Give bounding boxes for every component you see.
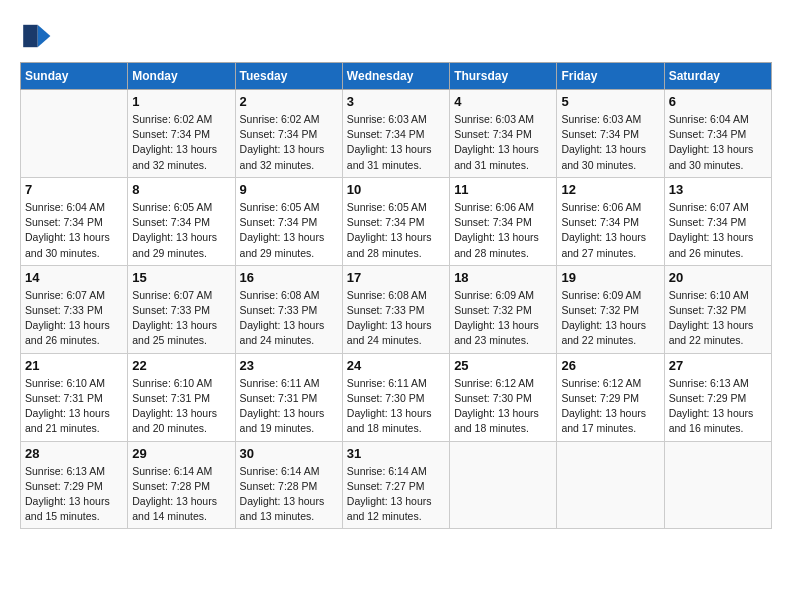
day-number: 3 [347, 94, 445, 109]
calendar-cell: 20Sunrise: 6:10 AMSunset: 7:32 PMDayligh… [664, 265, 771, 353]
calendar-cell: 6Sunrise: 6:04 AMSunset: 7:34 PMDaylight… [664, 90, 771, 178]
day-info: Sunrise: 6:04 AMSunset: 7:34 PMDaylight:… [669, 112, 767, 173]
day-info: Sunrise: 6:07 AMSunset: 7:34 PMDaylight:… [669, 200, 767, 261]
calendar-cell: 24Sunrise: 6:11 AMSunset: 7:30 PMDayligh… [342, 353, 449, 441]
calendar-cell: 15Sunrise: 6:07 AMSunset: 7:33 PMDayligh… [128, 265, 235, 353]
day-info: Sunrise: 6:02 AMSunset: 7:34 PMDaylight:… [132, 112, 230, 173]
day-number: 22 [132, 358, 230, 373]
calendar-cell: 29Sunrise: 6:14 AMSunset: 7:28 PMDayligh… [128, 441, 235, 529]
day-number: 27 [669, 358, 767, 373]
calendar-cell: 23Sunrise: 6:11 AMSunset: 7:31 PMDayligh… [235, 353, 342, 441]
calendar-cell: 26Sunrise: 6:12 AMSunset: 7:29 PMDayligh… [557, 353, 664, 441]
day-number: 30 [240, 446, 338, 461]
day-info: Sunrise: 6:10 AMSunset: 7:32 PMDaylight:… [669, 288, 767, 349]
week-row-1: 1Sunrise: 6:02 AMSunset: 7:34 PMDaylight… [21, 90, 772, 178]
day-info: Sunrise: 6:12 AMSunset: 7:30 PMDaylight:… [454, 376, 552, 437]
day-number: 25 [454, 358, 552, 373]
day-number: 19 [561, 270, 659, 285]
day-number: 5 [561, 94, 659, 109]
col-header-monday: Monday [128, 63, 235, 90]
day-info: Sunrise: 6:14 AMSunset: 7:28 PMDaylight:… [132, 464, 230, 525]
calendar-cell [450, 441, 557, 529]
day-number: 31 [347, 446, 445, 461]
day-info: Sunrise: 6:06 AMSunset: 7:34 PMDaylight:… [454, 200, 552, 261]
day-number: 20 [669, 270, 767, 285]
calendar-cell: 7Sunrise: 6:04 AMSunset: 7:34 PMDaylight… [21, 177, 128, 265]
calendar-cell: 10Sunrise: 6:05 AMSunset: 7:34 PMDayligh… [342, 177, 449, 265]
day-info: Sunrise: 6:05 AMSunset: 7:34 PMDaylight:… [347, 200, 445, 261]
day-info: Sunrise: 6:12 AMSunset: 7:29 PMDaylight:… [561, 376, 659, 437]
calendar-cell: 27Sunrise: 6:13 AMSunset: 7:29 PMDayligh… [664, 353, 771, 441]
calendar-cell: 19Sunrise: 6:09 AMSunset: 7:32 PMDayligh… [557, 265, 664, 353]
col-header-saturday: Saturday [664, 63, 771, 90]
calendar-cell: 31Sunrise: 6:14 AMSunset: 7:27 PMDayligh… [342, 441, 449, 529]
calendar-cell: 5Sunrise: 6:03 AMSunset: 7:34 PMDaylight… [557, 90, 664, 178]
day-info: Sunrise: 6:13 AMSunset: 7:29 PMDaylight:… [669, 376, 767, 437]
day-number: 9 [240, 182, 338, 197]
calendar-cell [664, 441, 771, 529]
day-number: 17 [347, 270, 445, 285]
day-number: 6 [669, 94, 767, 109]
day-number: 26 [561, 358, 659, 373]
week-row-5: 28Sunrise: 6:13 AMSunset: 7:29 PMDayligh… [21, 441, 772, 529]
calendar-cell: 1Sunrise: 6:02 AMSunset: 7:34 PMDaylight… [128, 90, 235, 178]
calendar-cell: 17Sunrise: 6:08 AMSunset: 7:33 PMDayligh… [342, 265, 449, 353]
day-number: 15 [132, 270, 230, 285]
day-info: Sunrise: 6:07 AMSunset: 7:33 PMDaylight:… [132, 288, 230, 349]
col-header-wednesday: Wednesday [342, 63, 449, 90]
calendar-cell: 25Sunrise: 6:12 AMSunset: 7:30 PMDayligh… [450, 353, 557, 441]
day-number: 1 [132, 94, 230, 109]
day-number: 4 [454, 94, 552, 109]
day-info: Sunrise: 6:10 AMSunset: 7:31 PMDaylight:… [132, 376, 230, 437]
calendar-cell: 9Sunrise: 6:05 AMSunset: 7:34 PMDaylight… [235, 177, 342, 265]
calendar-cell: 14Sunrise: 6:07 AMSunset: 7:33 PMDayligh… [21, 265, 128, 353]
day-number: 8 [132, 182, 230, 197]
day-info: Sunrise: 6:14 AMSunset: 7:27 PMDaylight:… [347, 464, 445, 525]
day-number: 24 [347, 358, 445, 373]
calendar-cell: 16Sunrise: 6:08 AMSunset: 7:33 PMDayligh… [235, 265, 342, 353]
calendar-cell: 28Sunrise: 6:13 AMSunset: 7:29 PMDayligh… [21, 441, 128, 529]
calendar-cell: 11Sunrise: 6:06 AMSunset: 7:34 PMDayligh… [450, 177, 557, 265]
day-info: Sunrise: 6:11 AMSunset: 7:31 PMDaylight:… [240, 376, 338, 437]
col-header-sunday: Sunday [21, 63, 128, 90]
day-info: Sunrise: 6:05 AMSunset: 7:34 PMDaylight:… [240, 200, 338, 261]
calendar-cell [557, 441, 664, 529]
logo [20, 20, 56, 52]
day-info: Sunrise: 6:10 AMSunset: 7:31 PMDaylight:… [25, 376, 123, 437]
day-info: Sunrise: 6:14 AMSunset: 7:28 PMDaylight:… [240, 464, 338, 525]
day-number: 28 [25, 446, 123, 461]
calendar-cell: 8Sunrise: 6:05 AMSunset: 7:34 PMDaylight… [128, 177, 235, 265]
week-row-2: 7Sunrise: 6:04 AMSunset: 7:34 PMDaylight… [21, 177, 772, 265]
day-info: Sunrise: 6:02 AMSunset: 7:34 PMDaylight:… [240, 112, 338, 173]
col-header-tuesday: Tuesday [235, 63, 342, 90]
page-header [20, 20, 772, 52]
day-number: 2 [240, 94, 338, 109]
day-number: 23 [240, 358, 338, 373]
day-number: 14 [25, 270, 123, 285]
calendar-cell: 2Sunrise: 6:02 AMSunset: 7:34 PMDaylight… [235, 90, 342, 178]
logo-icon [20, 20, 52, 52]
day-info: Sunrise: 6:08 AMSunset: 7:33 PMDaylight:… [347, 288, 445, 349]
day-number: 13 [669, 182, 767, 197]
day-info: Sunrise: 6:11 AMSunset: 7:30 PMDaylight:… [347, 376, 445, 437]
calendar-cell: 12Sunrise: 6:06 AMSunset: 7:34 PMDayligh… [557, 177, 664, 265]
calendar-cell: 30Sunrise: 6:14 AMSunset: 7:28 PMDayligh… [235, 441, 342, 529]
calendar-cell: 13Sunrise: 6:07 AMSunset: 7:34 PMDayligh… [664, 177, 771, 265]
day-number: 11 [454, 182, 552, 197]
day-info: Sunrise: 6:03 AMSunset: 7:34 PMDaylight:… [347, 112, 445, 173]
day-info: Sunrise: 6:13 AMSunset: 7:29 PMDaylight:… [25, 464, 123, 525]
calendar-cell: 22Sunrise: 6:10 AMSunset: 7:31 PMDayligh… [128, 353, 235, 441]
day-number: 7 [25, 182, 123, 197]
calendar-cell: 18Sunrise: 6:09 AMSunset: 7:32 PMDayligh… [450, 265, 557, 353]
day-info: Sunrise: 6:09 AMSunset: 7:32 PMDaylight:… [454, 288, 552, 349]
day-number: 21 [25, 358, 123, 373]
calendar-cell: 21Sunrise: 6:10 AMSunset: 7:31 PMDayligh… [21, 353, 128, 441]
day-info: Sunrise: 6:03 AMSunset: 7:34 PMDaylight:… [454, 112, 552, 173]
calendar-cell [21, 90, 128, 178]
svg-marker-0 [38, 25, 51, 47]
day-number: 29 [132, 446, 230, 461]
col-header-friday: Friday [557, 63, 664, 90]
calendar-table: SundayMondayTuesdayWednesdayThursdayFrid… [20, 62, 772, 529]
day-info: Sunrise: 6:06 AMSunset: 7:34 PMDaylight:… [561, 200, 659, 261]
week-row-4: 21Sunrise: 6:10 AMSunset: 7:31 PMDayligh… [21, 353, 772, 441]
